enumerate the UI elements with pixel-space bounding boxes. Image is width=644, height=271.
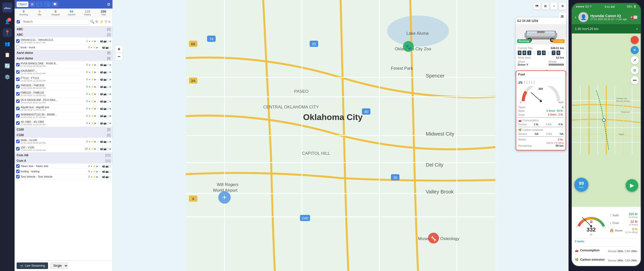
phone-status-bar: ●●●●● GS 〒 9:41 AM 58% 🔋 [572,3,641,10]
list-item[interactable]: AlgoM test - AlgoM test 14-03-2024 11:35… [15,105,112,112]
fuel-divider [575,246,638,247]
stat-idle: 0 Idle [32,10,47,16]
vehicle-checkbox[interactable] [16,114,20,118]
nav-settings[interactable]: ⚙️ [3,72,12,82]
waste-icon: 🔥 [610,228,614,233]
fuel-icon-3: | [527,80,528,84]
map-container: Oklahoma City Spencer Midwest City Del C… [113,0,569,271]
svg-text:300: 300 [538,87,543,90]
list-item[interactable]: FMB120 - FMB120 20-02-2024 11:38:58 AM 0… [15,90,112,98]
phone-fuel-panel: 0 400 ⛽ 332 ltr ↑ Refill [572,207,641,266]
vehicle-checkbox[interactable] [16,99,20,103]
zoom-in-button[interactable]: + [115,45,123,53]
work-hour-timer: 001 : 24 : 79 [518,51,564,55]
app-logo: uffizio [2,3,12,13]
svg-text:Del City: Del City [426,162,443,168]
group-abc-1[interactable]: ABC[2] [15,26,112,32]
list-item[interactable]: DC4 DASHCAM - DC4 DAS... 14-03-2024 06:4… [15,98,112,105]
vehicle-checkbox[interactable] [16,63,20,66]
list-item[interactable]: testing - testing 0 ●⚡▶⋮📹📷◻ [15,169,112,174]
vehicle-checkbox[interactable] [16,78,20,81]
map-ctrl-1[interactable]: 🗺 [533,3,540,10]
group-comab[interactable]: Com AB[11] [15,152,112,158]
svg-text:Redmond: Redmond [621,111,630,113]
nav-user[interactable]: 👤 34 [3,17,12,26]
fuel-right-stats: ↑ Refill 210 ltr (5 times) ↓ Drain [610,212,638,234]
more-side-icon[interactable]: ••• [631,76,639,84]
live-streaming-button[interactable]: 📹 Live Streaming [17,262,48,269]
vehicle-checkbox[interactable] [16,85,20,88]
fuel-title: Fuel [516,71,566,78]
consumption-icon: 🚗 [575,249,579,252]
forward-icon[interactable]: › [636,26,638,31]
group-c100-1[interactable]: C100[2] [15,127,112,132]
vehicle-checkbox[interactable] [16,107,20,110]
nav-group[interactable]: 👥 [3,39,12,48]
list-item[interactable]: 6666 - Vc100 12-01-2024 05:56:23 PM 0 ●⚡… [15,138,112,145]
list-item[interactable]: truck - truck 0 ●⚡▶⋮📹📷◻ [15,45,112,50]
svg-text:Lake Aluma: Lake Aluma [407,31,429,36]
panel-gear-icon[interactable]: ⚙ [107,2,110,7]
alert-icon[interactable]: ❗ [631,36,639,44]
nav-refresh[interactable]: 🔄 [3,61,12,70]
eye-side-icon[interactable]: 👁 [631,46,639,54]
list-item[interactable]: 4G OBD - 4G OBD 14-03-2024 11:35:15 AM 0… [15,120,112,127]
settings-side-icon[interactable]: ⚙ [631,66,639,74]
svg-text:Spencer: Spencer [426,73,445,79]
view-mode-select[interactable]: Single [50,262,68,269]
remaining-row: Remaining 06 km [518,144,564,147]
vehicle-checkbox[interactable] [16,46,20,49]
vehicle-checkbox[interactable] [16,70,20,74]
phone-back-button[interactable]: ‹ [575,15,576,20]
list-item[interactable]: Test Vehicle - Test Vehicle 0 ●⚡▶⋮📹📷◻ [15,174,112,179]
vehicle-checkbox[interactable] [16,175,20,178]
group-coma[interactable]: Com A[11] [15,158,112,164]
search-input[interactable] [21,19,89,25]
svg-text:CAPITOL HILL: CAPITOL HILL [302,151,330,156]
list-item[interactable]: FT112 - FT112 14-03-2024 11:34:56 AM 0 ●… [15,76,112,83]
route-icon[interactable]: ⚡ [99,20,104,24]
list-item[interactable]: KA05AM27... 31-01-2024 12:50:42 PM 0 ●⚡▶… [15,68,112,76]
nav-map[interactable]: 📍 [3,28,12,37]
list-item[interactable]: Vehicle1111 - Vehicle1111 31-01-2024 11:… [15,37,112,45]
zoom-out-button[interactable]: − [115,53,123,60]
tab-icon4[interactable]: 💬 [52,2,58,7]
group-aarvi-1[interactable]: Aarvi demo[9] [15,50,112,56]
list-item[interactable]: 100 - V100 12-04-2023 11:36:55 AM 20 ●⚡▶… [15,145,112,152]
svg-text:Michelle Winery: Michelle Winery [616,100,630,102]
map-ctrl-3[interactable]: ○ [550,3,557,10]
vehicle-checkbox[interactable] [16,121,20,125]
phone-gauge-svg: 0 400 ⛽ [575,210,608,227]
vehicle-checkbox[interactable] [16,140,20,143]
svg-text:✈: ✈ [222,195,227,201]
map-ctrl-4[interactable]: ⚙ [559,3,566,10]
list-item[interactable]: 8696890437215:39 - 86968... 14-03-2024 1… [15,112,112,120]
nav-reports[interactable]: 📋 [3,50,12,59]
group-abc-2[interactable]: ABC[2] [15,32,112,37]
select-all-checkbox[interactable] [17,20,20,23]
search-icon[interactable]: 🔍 [90,20,94,24]
tab-icon1[interactable]: ⊞ [29,2,35,7]
vehicle-checkbox[interactable] [16,164,20,168]
driver-avatar: 👤 [578,12,588,22]
tab-objects[interactable]: Object [17,2,28,7]
share-side-icon[interactable]: ↗ [631,56,639,64]
list-item[interactable]: RV06 BANGLORE - RV06 B... 07-03-2024 08:… [15,61,112,68]
list-item[interactable]: Token test - Token test 0 ●⚡▶⋮📹📷◻ [15,164,112,169]
tab-icon3[interactable]: 👥 [44,2,51,7]
refresh-icon[interactable]: ↻ [95,20,98,24]
vehicle-checkbox[interactable] [16,39,20,43]
sort-icon[interactable]: ≡ [108,20,110,24]
group-aarvi-2[interactable]: Aarvi demo[9] [15,56,112,61]
vehicle-checkbox[interactable] [16,147,20,150]
play-button[interactable]: ▶ [626,179,638,192]
list-item[interactable]: FMC820 - FMC820 10-02-2024 06:06:15 PM 0… [15,83,112,90]
driver-row: Driver Driver Y Mobile 9898989898 [518,60,564,66]
vehicle-checkbox[interactable] [16,170,20,173]
panel-header: Object ⊞ 👤 👥 💬 ⚙ [15,0,112,9]
tab-icon2[interactable]: 👤 [36,2,43,7]
vehicle-checkbox[interactable] [16,92,20,96]
group-c100-2[interactable]: C100[2] [15,132,112,138]
filter-icon[interactable]: ▽ [105,20,107,24]
map-ctrl-2[interactable]: ⊞ [542,3,549,10]
